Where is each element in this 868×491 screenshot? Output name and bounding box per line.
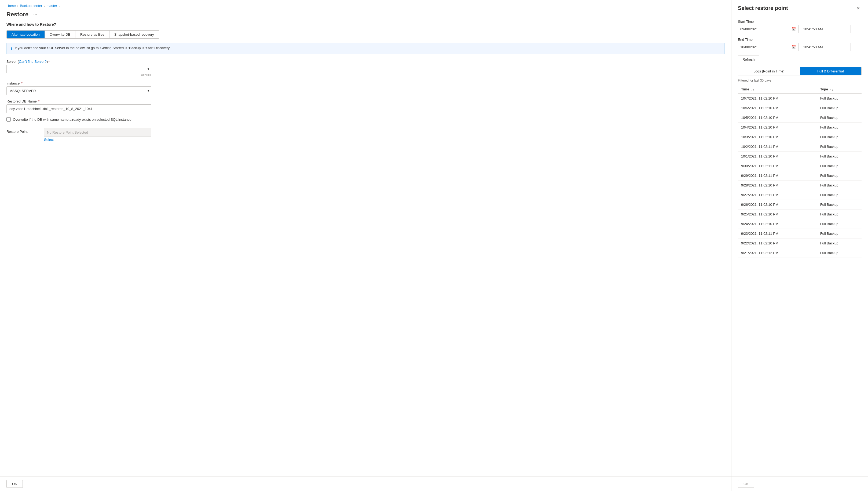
refresh-button[interactable]: Refresh [738, 56, 759, 63]
side-panel: Select restore point × Start Time 📅 End … [731, 0, 868, 491]
restore-point-placeholder: No Restore Point Selected [44, 128, 151, 137]
table-row[interactable]: 10/3/2021, 11:02:10 PMFull Backup [738, 132, 862, 142]
row-time: 9/21/2021, 11:02:12 PM [738, 248, 817, 258]
ellipsis-button[interactable]: ··· [32, 11, 39, 18]
row-type: Full Backup [817, 200, 862, 209]
tab-snapshot-recovery[interactable]: Snapshot-based recovery [110, 31, 159, 38]
row-time: 9/22/2021, 11:02:10 PM [738, 238, 817, 248]
tab-restore-as-files[interactable]: Restore as files [76, 31, 110, 38]
panel-footer: OK [731, 476, 868, 491]
restore-point-row: Restore Point No Restore Point Selected … [6, 128, 725, 142]
table-row[interactable]: 9/27/2021, 11:02:11 PMFull Backup [738, 190, 862, 200]
content-area: Where and how to Restore? Alternate Loca… [0, 22, 731, 476]
col-type-header[interactable]: Type ↑↓ [817, 85, 862, 94]
restored-db-input[interactable] [6, 104, 151, 113]
type-sort-icon: ↑↓ [830, 88, 833, 91]
row-type: Full Backup [817, 103, 862, 113]
end-time-group: End Time 📅 [738, 37, 862, 51]
panel-body: Start Time 📅 End Time [731, 15, 868, 476]
table-row[interactable]: 9/30/2021, 11:02:11 PMFull Backup [738, 161, 862, 171]
start-time-row: 📅 [738, 25, 862, 33]
end-date-input[interactable] [740, 45, 791, 49]
table-row[interactable]: 10/4/2021, 11:02:10 PMFull Backup [738, 123, 862, 132]
row-type: Full Backup [817, 248, 862, 258]
table-row[interactable]: 9/29/2021, 11:02:11 PMFull Backup [738, 171, 862, 180]
start-time-group: Start Time 📅 [738, 20, 862, 33]
row-type: Full Backup [817, 132, 862, 142]
cant-find-server-link[interactable]: Can't find Server? [19, 60, 47, 64]
table-row[interactable]: 9/28/2021, 11:02:10 PMFull Backup [738, 180, 862, 190]
end-time-input[interactable] [801, 43, 851, 51]
table-row[interactable]: 9/26/2021, 11:02:10 PMFull Backup [738, 200, 862, 209]
row-type: Full Backup [817, 152, 862, 161]
row-time: 10/1/2021, 11:02:10 PM [738, 152, 817, 161]
row-time: 9/23/2021, 11:02:11 PM [738, 229, 817, 238]
tab-overwrite-db[interactable]: Overwrite DB [45, 31, 76, 38]
breadcrumb-home[interactable]: Home [6, 4, 16, 8]
table-row[interactable]: 10/5/2021, 11:02:10 PMFull Backup [738, 113, 862, 123]
row-type: Full Backup [817, 209, 862, 219]
filter-text: Filtered for last 30 days [738, 79, 862, 82]
row-type: Full Backup [817, 180, 862, 190]
col-time-header[interactable]: Time ↓↑ [738, 85, 817, 94]
row-time: 9/27/2021, 11:02:11 PM [738, 190, 817, 200]
table-row[interactable]: 10/6/2021, 11:02:10 PMFull Backup [738, 103, 862, 113]
breadcrumb-master[interactable]: master [47, 4, 57, 8]
row-time: 9/29/2021, 11:02:11 PM [738, 171, 817, 180]
page-footer: OK [0, 476, 731, 491]
row-time: 10/5/2021, 11:02:10 PM [738, 113, 817, 123]
instance-dropdown[interactable]: MSSQLSERVER [6, 86, 151, 95]
overwrite-checkbox-row: Overwrite if the DB with same name alrea… [6, 117, 725, 121]
end-date-group: 📅 [738, 43, 799, 51]
row-type: Full Backup [817, 238, 862, 248]
row-type: Full Backup [817, 190, 862, 200]
end-date-input-wrapper: 📅 [738, 43, 799, 51]
breadcrumb-sep2: › [44, 4, 45, 7]
row-time: 9/28/2021, 11:02:10 PM [738, 180, 817, 190]
restore-point-label: Restore Point [6, 128, 39, 134]
restore-points-table: Time ↓↑ Type ↑↓ 10/7/2021, 11:02:10 PMFu… [738, 85, 862, 258]
row-time: 9/26/2021, 11:02:10 PM [738, 200, 817, 209]
restore-point-section: Restore Point No Restore Point Selected … [6, 128, 725, 142]
table-row[interactable]: 10/1/2021, 11:02:10 PMFull Backup [738, 152, 862, 161]
panel-close-button[interactable]: × [855, 5, 862, 11]
row-time: 10/6/2021, 11:02:10 PM [738, 103, 817, 113]
table-row[interactable]: 10/7/2021, 11:02:10 PMFull Backup [738, 94, 862, 103]
table-row[interactable]: 9/25/2021, 11:02:10 PMFull Backup [738, 209, 862, 219]
table-row[interactable]: 9/24/2021, 11:02:10 PMFull Backup [738, 219, 862, 229]
server-dropdown[interactable] [6, 65, 151, 73]
server-label: Server (Can't find Server?)* [6, 60, 725, 64]
toggle-full-differential[interactable]: Full & Differential [800, 67, 862, 75]
restored-db-label: Restored DB Name * [6, 99, 725, 103]
row-type: Full Backup [817, 161, 862, 171]
time-sort-icon: ↓↑ [751, 88, 754, 91]
start-time-input[interactable] [801, 25, 851, 33]
start-date-group: 📅 [738, 25, 799, 33]
toggle-logs[interactable]: Logs (Point in Time) [738, 67, 800, 75]
start-calendar-icon[interactable]: 📅 [792, 27, 797, 31]
table-row[interactable]: 10/2/2021, 11:02:11 PMFull Backup [738, 142, 862, 152]
start-time-field-group [801, 25, 862, 33]
overwrite-checkbox[interactable] [6, 117, 11, 121]
main-ok-button[interactable]: OK [6, 480, 23, 488]
table-row[interactable]: 9/21/2021, 11:02:12 PMFull Backup [738, 248, 862, 258]
breadcrumb: Home › Backup center › master › [0, 0, 731, 9]
info-message: If you don't see your SQL Server in the … [15, 46, 170, 50]
row-type: Full Backup [817, 113, 862, 123]
table-row[interactable]: 9/22/2021, 11:02:10 PMFull Backup [738, 238, 862, 248]
select-restore-point-link[interactable]: Select [44, 138, 151, 142]
instance-form-group: Instance * MSSQLSERVER ▾ [6, 81, 725, 95]
panel-ok-button[interactable]: OK [738, 480, 754, 488]
restore-type-tabs: Alternate Location Overwrite DB Restore … [6, 30, 159, 39]
breadcrumb-backup-center[interactable]: Backup center [20, 4, 42, 8]
end-calendar-icon[interactable]: 📅 [792, 45, 797, 49]
start-date-input[interactable] [740, 27, 791, 31]
section-heading: Where and how to Restore? [6, 22, 725, 27]
breadcrumb-sep3: › [59, 4, 60, 7]
row-time: 9/25/2021, 11:02:10 PM [738, 209, 817, 219]
server-dropdown-wrapper: ▾ [6, 65, 151, 73]
row-time: 10/4/2021, 11:02:10 PM [738, 123, 817, 132]
table-row[interactable]: 9/23/2021, 11:02:11 PMFull Backup [738, 229, 862, 238]
row-time: 9/24/2021, 11:02:10 PM [738, 219, 817, 229]
tab-alternate-location[interactable]: Alternate Location [7, 31, 45, 38]
